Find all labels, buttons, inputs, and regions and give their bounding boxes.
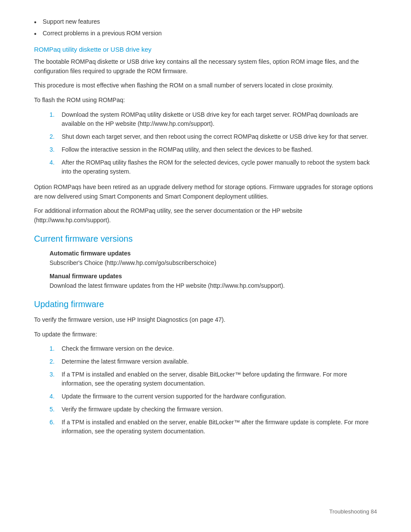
rompaq-para2: This procedure is most effective when fl… — [34, 81, 377, 90]
updating-firmware-para2-intro: To update the firmware: — [34, 330, 377, 339]
updating-step-1: 1. Check the firmware version on the dev… — [50, 344, 377, 354]
rompaq-para5: For additional information about the ROM… — [34, 206, 377, 225]
rompaq-para4: Option ROMPaqs have been retired as an u… — [34, 183, 377, 201]
intro-bullet-list: Support new features Correct problems in… — [34, 17, 377, 38]
rompaq-step-2: 2. Shut down each target server, and the… — [50, 132, 377, 142]
updating-step-2: 2. Determine the latest firmware version… — [50, 357, 377, 367]
page: Support new features Correct problems in… — [0, 0, 411, 532]
updating-firmware-para1: To verify the firmware version, use HP I… — [34, 315, 377, 325]
rompaq-steps-list: 1. Download the system ROMPaq utility di… — [34, 110, 377, 177]
rompaq-step-1: 1. Download the system ROMPaq utility di… — [50, 110, 377, 129]
rompaq-para1: The bootable ROMPaq diskette or USB driv… — [34, 57, 377, 76]
updating-step-6: 6. If a TPM is installed and enabled on … — [50, 418, 377, 436]
auto-updates-subheading: Automatic firmware updates — [50, 250, 377, 257]
updating-step-5: 5. Verify the firmware update by checkin… — [50, 405, 377, 414]
footer: Troubleshooting 84 — [329, 508, 377, 515]
rompaq-step-4: 4. After the ROMPaq utility flashes the … — [50, 158, 377, 177]
rompaq-step-3: 3. Follow the interactive session in the… — [50, 145, 377, 155]
updating-step-3: 3. If a TPM is installed and enabled on … — [50, 370, 377, 389]
footer-text: Troubleshooting 84 — [329, 508, 377, 515]
updating-firmware-heading: Updating firmware — [34, 299, 377, 309]
rompaq-section: ROMPaq utility diskette or USB drive key… — [34, 46, 377, 225]
auto-updates-text: Subscriber's Choice (http://www.hp.com/g… — [50, 258, 377, 268]
rompaq-heading: ROMPaq utility diskette or USB drive key — [34, 46, 377, 53]
rompaq-para3-intro: To flash the ROM using ROMPaq: — [34, 96, 377, 105]
bullet-item-1: Support new features — [34, 17, 377, 26]
manual-updates-subheading: Manual firmware updates — [50, 273, 377, 280]
updating-firmware-section: Updating firmware To verify the firmware… — [34, 299, 377, 436]
manual-updates-text: Download the latest firmware updates fro… — [50, 281, 377, 291]
current-firmware-heading: Current firmware versions — [34, 234, 377, 244]
bullet-item-2: Correct problems in a previous ROM versi… — [34, 29, 377, 38]
updating-step-4: 4. Update the firmware to the current ve… — [50, 392, 377, 401]
current-firmware-content: Automatic firmware updates Subscriber's … — [34, 250, 377, 291]
current-firmware-section: Current firmware versions Automatic firm… — [34, 234, 377, 291]
updating-firmware-steps-list: 1. Check the firmware version on the dev… — [34, 344, 377, 436]
